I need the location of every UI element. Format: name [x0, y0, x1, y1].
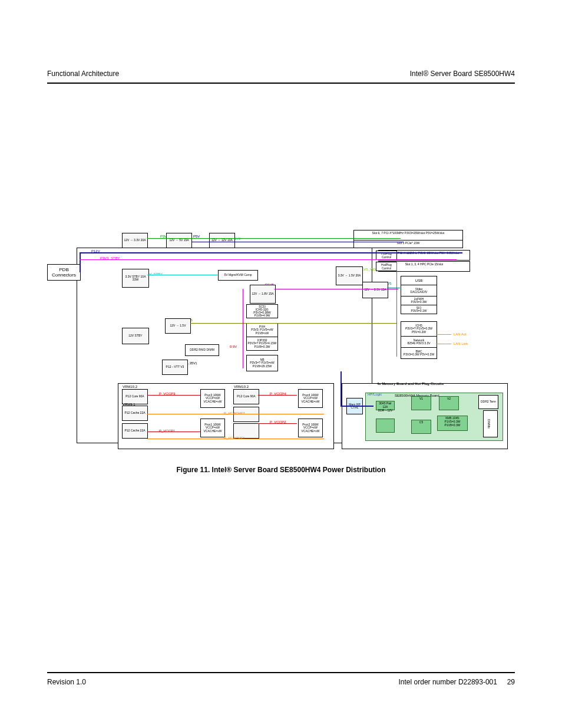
vrm10-a-lbl: VRM10.2	[123, 385, 137, 388]
vrd-2v5: 12V → 2.5V 15A	[362, 282, 388, 298]
ich5-block: ICH5 P3V3=? P1V5=0.3W P5V=0.2W	[401, 321, 437, 337]
vrd-12v: 12V → 12V 10A	[209, 233, 235, 248]
sio-block: SIO P3V3=0.1W	[401, 305, 437, 314]
video-block: Video DAC/GA/DIV	[401, 285, 437, 297]
vrm-cache2: P12 Cache 22A	[122, 423, 148, 439]
pxh-block: PXH P3V3: P1V5=xW P1V8=xW	[246, 323, 278, 337]
vrd-5v: 12V → 5V 15A	[166, 233, 192, 248]
mem-v1: V1	[411, 396, 431, 410]
footer-left: Revision 1.0	[47, 678, 86, 686]
mem-xmb: XMB 1045: P1V5=0.3W P1V8=0.3W	[437, 416, 468, 431]
rule-top	[47, 83, 515, 84]
mem-c5: C5	[411, 420, 431, 434]
power-distribution-diagram: PDB Connectors P12V P3V3_STBY P5V_STBY P…	[47, 218, 515, 454]
vrd-1v8: 12V → 1.8V 15A	[250, 285, 276, 304]
srmgmt-block: 5V Mgmt/KVM Comp	[218, 270, 258, 281]
scsi-block: SCSI ICH5-320: P3V3=0.38W P1V8=4.9W	[246, 304, 278, 318]
lan-link: LAN Link	[454, 342, 468, 345]
hp-logic: HP/Logic	[368, 393, 382, 396]
lan-act: LAN Act	[454, 332, 467, 336]
proc4: Proc4 106W VCCP=xW VCACHE=xW	[298, 389, 323, 408]
usb-block: USB	[401, 276, 437, 285]
vrm10-b: P12 Core 90A	[233, 389, 259, 404]
rail-pvccp1: P_VCCP1	[159, 429, 175, 433]
proc2: Proc2 106W VCCP=xW VCACHE=xW	[298, 419, 323, 437]
vrm10-b-lbl: VRM10.2	[234, 385, 249, 388]
vrm9-1-lbl: VRM9.1	[123, 403, 135, 406]
header-left: Functional Architecture	[47, 70, 119, 78]
proc1: Proc1 106W VCCP=xW VCACHE=xW	[200, 419, 225, 437]
vrd-stby33: 3.3V STBY 10A 33W	[122, 269, 149, 288]
vrd-vtt: P12→VTT V3	[162, 360, 188, 375]
slot-6-7: Slot 6, 7 PCI-X*100MHz P3V3=25W/slot P5V…	[353, 230, 463, 241]
dimm-slots-icon	[492, 410, 498, 437]
mem-panel-title: 4x Memory Board and Hot Plug Circuits	[377, 382, 444, 386]
pdb-connectors: PDB Connectors	[47, 264, 81, 281]
proc3: Proc3 106W VCCP=xW VCACHE=xW	[200, 389, 225, 408]
iop332-block: IOP332 P3V3=? P1V5=4.15W P1V8=0.3W	[246, 337, 278, 351]
bmc-block: BMC P3V3=0.3W P5V=0.3W	[401, 347, 437, 359]
rail-pvcache1: P_VCACHE1	[224, 436, 245, 440]
vrd-stby12: 12V STBY	[122, 328, 149, 344]
mem-xmb-vrd	[376, 419, 395, 433]
nb-block: NB P3V3=? P1V5=xW P1V8=29.15W	[246, 355, 278, 371]
footer-right: Intel order number D22893-001 29	[399, 678, 515, 686]
figure-caption: Figure 11. Intel® Server Board SE8500HW4…	[0, 466, 562, 474]
vrd-1v5: 12V → 1.5V	[165, 318, 191, 334]
vrd-1v5vid: 3.3V → 1.5V 20A	[336, 266, 363, 285]
mem-v2: V2	[439, 396, 459, 410]
rule-bottom	[47, 672, 515, 673]
mem-pwr: 3045 Pair 12A DDR→12V	[376, 401, 395, 410]
fwh-block: 2xFWH P3V3=0.3W	[401, 296, 437, 305]
header-right: Intel® Server Board SE8500HW4	[410, 70, 515, 78]
vrd-3v3: 12V → 3.3V 20A	[122, 233, 148, 248]
hotplug-b: HotPlug Control	[376, 262, 397, 271]
rail-p0v9: 0.9V	[230, 345, 237, 348]
rail-pvcache2: P_VCACHE2	[224, 411, 245, 415]
network-block: Network 82546 P3V3 3.3V	[401, 336, 437, 348]
ddr2-raid-dimm: DDR2 RAID DIMM	[185, 344, 219, 356]
pdb-connectors-label: PDB Connectors	[52, 267, 76, 278]
vrm9-1: P12 Cache 22A	[122, 406, 148, 421]
ddr2-term: DDR2 Term	[478, 395, 498, 409]
